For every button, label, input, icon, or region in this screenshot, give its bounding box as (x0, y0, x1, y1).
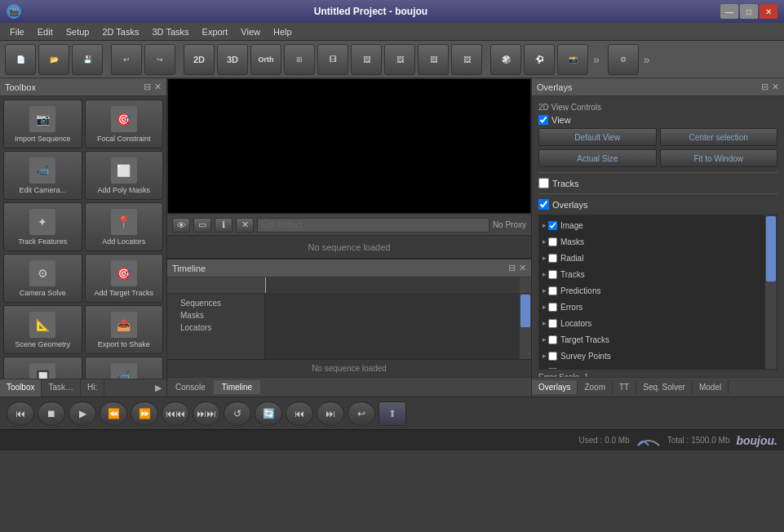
toolbar-more-icon[interactable]: » (591, 53, 602, 66)
tool-camera-solve[interactable]: ⚙ Camera Solve (3, 254, 82, 303)
overlay-models-checkbox[interactable] (548, 368, 557, 370)
tool-focal-constraint[interactable]: 🎯 Focal Constraint (85, 100, 164, 149)
toolbar-dice[interactable]: 🎲 (490, 44, 521, 75)
toolbar-3d[interactable]: 3D (217, 44, 248, 75)
timeline-main[interactable] (265, 294, 520, 359)
tool-scene-geometry[interactable]: 📐 Scene Geometry (3, 305, 82, 354)
toolbar-extra[interactable]: ⚙ (608, 44, 639, 75)
timeline-detach-icon[interactable]: ⊟ (508, 263, 516, 273)
playback-export[interactable]: ⬆ (379, 401, 406, 426)
overlay-item-masks[interactable]: ▸ Masks (539, 233, 777, 250)
playback-pingpong[interactable]: 🔄 (255, 401, 282, 426)
overlay-item-target-tracks[interactable]: ▸ Target Tracks (539, 331, 777, 348)
tab-model[interactable]: Model (693, 380, 729, 394)
playback-prev-key[interactable]: ⏮⏮ (162, 401, 189, 426)
overlay-image-checkbox[interactable] (548, 221, 557, 230)
toolbar-redo[interactable]: ↪ (144, 44, 175, 75)
playback-next-frame[interactable]: ⏩ (131, 401, 158, 426)
playback-rewind-start[interactable]: ⏮ (7, 401, 34, 426)
timeline-scroll-thumb[interactable] (520, 295, 530, 327)
overlay-item-models[interactable]: ▸ Models (539, 364, 777, 370)
overlays-scroll-thumb[interactable] (766, 216, 776, 282)
tool-add-test-objects[interactable]: 🔲 Add Test Objects (3, 357, 82, 379)
vp-info-icon[interactable]: ℹ (215, 218, 233, 233)
toolbar-orth[interactable]: Orth (250, 44, 281, 75)
playback-undo-frame[interactable]: ↩ (348, 401, 375, 426)
tool-export-camera[interactable]: 📹 Export Camera (85, 357, 164, 379)
overlay-survey-points-checkbox[interactable] (548, 352, 557, 361)
tool-add-poly-masks[interactable]: ⬜ Add Poly Masks (85, 151, 164, 200)
tool-track-features[interactable]: ✦ Track Features (3, 202, 82, 251)
toolbar-more2-icon[interactable]: » (641, 53, 653, 66)
toolbar-save[interactable]: 💾 (72, 44, 103, 75)
tab-seq-solver[interactable]: Seq. Solver (636, 380, 693, 394)
toolbar-2d[interactable]: 2D (184, 44, 215, 75)
overlay-target-tracks-checkbox[interactable] (548, 335, 557, 344)
vp-camera-icon[interactable]: 👁 (172, 218, 190, 233)
menu-export[interactable]: Export (196, 25, 235, 38)
overlay-item-survey-points[interactable]: ▸ Survey Points (539, 348, 777, 364)
overlay-predictions-checkbox[interactable] (548, 286, 557, 295)
toolbox-detach-icon[interactable]: ⊟ (144, 82, 151, 92)
toolbar-image2[interactable]: 🖼 (384, 44, 415, 75)
tab-toolbox[interactable]: Toolbox (0, 379, 42, 397)
tab-overlays[interactable]: Overlays (532, 380, 578, 394)
tab-hi[interactable]: Hi: (81, 379, 104, 397)
overlay-tracks-checkbox[interactable] (548, 270, 557, 279)
toolbar-camera3d[interactable]: 📸 (557, 44, 588, 75)
toolbar-undo[interactable]: ↩ (111, 44, 142, 75)
toolbar-image4[interactable]: 🖼 (451, 44, 482, 75)
overlay-item-errors[interactable]: ▸ Errors (539, 299, 777, 315)
tool-add-locators[interactable]: 📍 Add Locators (85, 202, 164, 251)
toolbar-film[interactable]: 🎞 (317, 44, 348, 75)
overlay-errors-checkbox[interactable] (548, 303, 557, 312)
playback-play[interactable]: ▶ (69, 401, 96, 426)
toolbar-sphere[interactable]: ⚽ (524, 44, 555, 75)
timeline-track-masks[interactable]: Masks (172, 309, 259, 321)
playback-next-key[interactable]: ⏭⏭ (193, 401, 220, 426)
close-button[interactable]: ✕ (760, 4, 777, 19)
minimize-button[interactable]: — (720, 4, 738, 19)
toolbar-new[interactable]: 📄 (5, 44, 36, 75)
timeline-track-sequences[interactable]: Sequences (172, 297, 259, 309)
timeline-track-locators[interactable]: Locators (172, 321, 259, 334)
overlay-radial-checkbox[interactable] (548, 254, 557, 263)
toolbar-open[interactable]: 📂 (38, 44, 69, 75)
overlays-detach-icon[interactable]: ⊟ (761, 82, 768, 92)
center-selection-button[interactable]: Center selection (660, 128, 778, 146)
overlay-item-predictions[interactable]: ▸ Predictions (539, 282, 777, 299)
menu-file[interactable]: File (3, 25, 31, 38)
tracks-checkbox[interactable] (538, 178, 549, 188)
timeline-close-icon[interactable]: ✕ (519, 263, 526, 273)
tab-timeline[interactable]: Timeline (214, 380, 260, 394)
menu-setup[interactable]: Setup (60, 25, 96, 38)
default-view-button[interactable]: Default View (538, 128, 657, 146)
overlay-locators-checkbox[interactable] (548, 319, 557, 328)
overlay-item-radial[interactable]: ▸ Radial (539, 250, 777, 266)
overlay-item-locators[interactable]: ▸ Locators (539, 315, 777, 331)
tool-export-shake[interactable]: 📤 Export to Shake (85, 305, 164, 354)
overlay-item-tracks[interactable]: ▸ Tracks (539, 266, 777, 282)
view-checkbox[interactable] (538, 115, 548, 125)
menu-edit[interactable]: Edit (31, 25, 60, 38)
tab-console[interactable]: Console (167, 380, 214, 394)
tool-import-sequence[interactable]: 📷 Import Sequence (3, 100, 82, 149)
menu-3d-tasks[interactable]: 3D Tasks (146, 25, 196, 38)
tab-arrow-icon[interactable]: ▶ (150, 379, 166, 397)
menu-help[interactable]: Help (267, 25, 299, 38)
playback-prev-frame[interactable]: ⏪ (100, 401, 127, 426)
maximize-button[interactable]: □ (740, 4, 758, 19)
playback-stop[interactable]: ⏹ (38, 401, 65, 426)
tool-edit-camera[interactable]: 📹 Edit Camera... (3, 151, 82, 200)
menu-view[interactable]: View (234, 25, 267, 38)
vp-edit-artifact[interactable]: Edit Artifact (257, 218, 489, 233)
vp-close-icon[interactable]: ✕ (236, 218, 254, 233)
tab-tasks[interactable]: Task… (42, 379, 81, 397)
overlay-item-image[interactable]: ▸ Image (539, 217, 777, 233)
actual-size-button[interactable]: Actual Size (538, 149, 657, 167)
fit-to-window-button[interactable]: Fit to Window (660, 149, 778, 167)
playback-end[interactable]: ⏭ (317, 401, 344, 426)
overlay-masks-checkbox[interactable] (548, 237, 557, 246)
tab-zoom[interactable]: Zoom (578, 380, 613, 394)
overlays-checkbox[interactable] (538, 199, 549, 210)
